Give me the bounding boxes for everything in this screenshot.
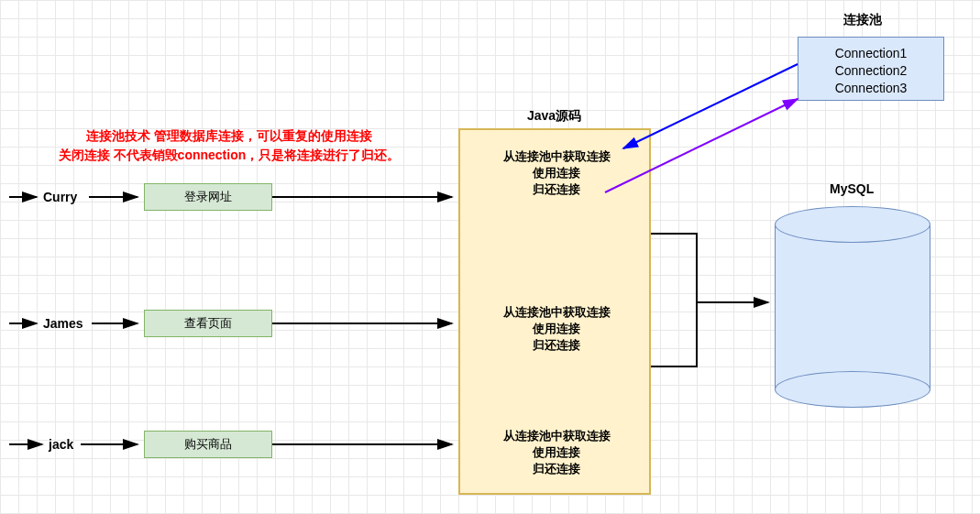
note-line2: 关闭连接 不代表销毁connection，只是将连接进行了归还。: [59, 148, 401, 162]
user-label-curry: Curry: [43, 190, 77, 204]
pool-c3: Connection3: [835, 81, 908, 95]
code-block-2: 从连接池中获取连接 使用连接 归还连接: [474, 304, 639, 355]
code-l2: 使用连接: [533, 445, 580, 459]
action-box-view: 查看页面: [144, 310, 272, 337]
cylinder-bottom: [775, 371, 930, 408]
action-label-login: 登录网址: [184, 189, 232, 205]
mysql-title: MySQL: [830, 181, 874, 196]
action-box-login: 登录网址: [144, 183, 272, 211]
connection-pool-box: Connection1 Connection2 Connection3: [798, 37, 944, 101]
code-l3: 归还连接: [533, 462, 580, 476]
action-label-buy: 购买商品: [184, 436, 232, 453]
code-l3: 归还连接: [533, 182, 580, 196]
code-block-3: 从连接池中获取连接 使用连接 归还连接: [474, 428, 639, 478]
cylinder-top: [775, 206, 930, 243]
user-label-james: James: [43, 316, 83, 331]
user-label-jack: jack: [49, 437, 73, 452]
code-l2: 使用连接: [533, 166, 580, 180]
code-l1: 从连接池中获取连接: [503, 305, 611, 319]
code-l1: 从连接池中获取连接: [503, 149, 611, 163]
action-label-view: 查看页面: [184, 315, 232, 332]
note-line1: 连接池技术 管理数据库连接，可以重复的使用连接: [86, 128, 372, 143]
pool-c1: Connection1: [835, 46, 908, 60]
action-box-buy: 购买商品: [144, 431, 272, 458]
code-l2: 使用连接: [533, 322, 580, 335]
code-block-1: 从连接池中获取连接 使用连接 归还连接: [474, 148, 639, 199]
pool-explanation-text: 连接池技术 管理数据库连接，可以重复的使用连接 关闭连接 不代表销毁connec…: [32, 126, 426, 165]
mysql-cylinder: [775, 206, 930, 408]
code-l3: 归还连接: [533, 338, 580, 352]
code-l1: 从连接池中获取连接: [503, 429, 611, 443]
java-source-box: 从连接池中获取连接 使用连接 归还连接 从连接池中获取连接 使用连接 归还连接 …: [458, 128, 651, 495]
pool-title: 连接池: [843, 12, 882, 28]
java-bracket: [651, 234, 697, 366]
java-title: Java源码: [527, 108, 581, 125]
cylinder-body: [775, 224, 930, 389]
pool-c2: Connection2: [835, 63, 908, 78]
